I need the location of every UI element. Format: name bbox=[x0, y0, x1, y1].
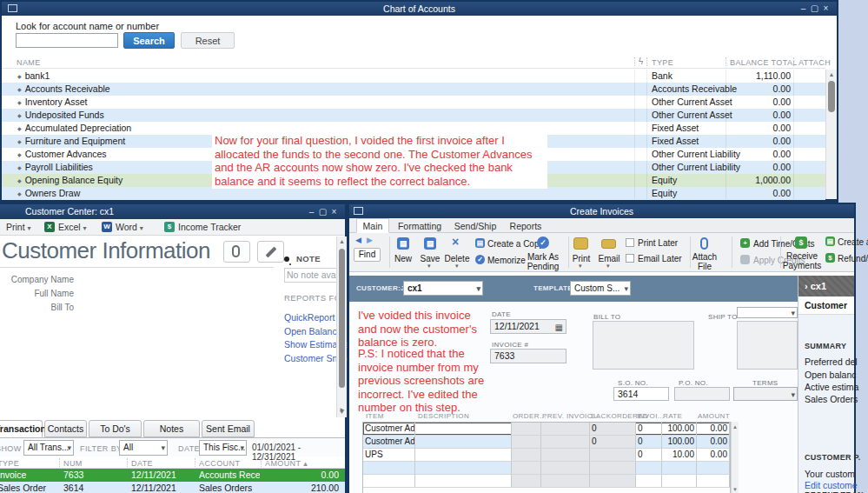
find-button[interactable]: Find bbox=[354, 248, 381, 262]
attach-file-icon[interactable] bbox=[700, 237, 708, 250]
email-later-checkbox[interactable] bbox=[626, 254, 634, 263]
mark-pending-icon[interactable]: ✓ bbox=[537, 237, 549, 249]
bill-to-box[interactable] bbox=[593, 321, 694, 370]
col-type[interactable]: TYPE bbox=[652, 58, 673, 67]
close-button[interactable]: × bbox=[820, 2, 832, 15]
account-search-input[interactable] bbox=[16, 33, 118, 48]
invoice-item-row[interactable]: UPS010.000.00 bbox=[363, 449, 730, 462]
col-date[interactable]: DATE bbox=[131, 459, 153, 468]
sidebar-tab-customer[interactable]: Customer bbox=[798, 296, 854, 315]
col-ordered[interactable]: ORDER... bbox=[513, 412, 547, 420]
items-scrollbar[interactable]: ▲ ▼ bbox=[731, 422, 739, 493]
tab-transactions[interactable]: Transactions bbox=[0, 420, 43, 437]
col-name[interactable]: NAME bbox=[17, 58, 41, 67]
ship-to-dropdown[interactable]: ▾ bbox=[737, 307, 798, 318]
scroll-up-icon[interactable]: ▲ bbox=[732, 422, 739, 432]
maximize-button[interactable]: ▢ bbox=[317, 205, 328, 218]
sidebar-customer-header[interactable]: › cx1 bbox=[798, 276, 854, 296]
email-icon[interactable] bbox=[601, 239, 616, 249]
tab-main[interactable]: Main bbox=[356, 218, 389, 233]
empty-item-row[interactable] bbox=[363, 475, 730, 488]
apply-credits-icon[interactable] bbox=[740, 255, 750, 264]
scroll-up-icon[interactable]: ▲ bbox=[337, 237, 347, 247]
print-later-checkbox[interactable] bbox=[626, 238, 634, 247]
date-field[interactable]: 12/11/2021▦ bbox=[490, 319, 567, 334]
coa-vertical-scrollbar[interactable]: ▲ bbox=[825, 70, 837, 199]
po-number-field[interactable] bbox=[674, 387, 730, 401]
customer-job-dropdown[interactable]: cx1▾ bbox=[403, 281, 483, 296]
scroll-up-icon[interactable]: ▲ bbox=[826, 70, 837, 80]
empty-item-row[interactable] bbox=[363, 462, 730, 475]
scroll-right-icon[interactable]: ► bbox=[339, 406, 346, 414]
col-rate[interactable]: RATE bbox=[663, 412, 682, 420]
email-later-label[interactable]: Email Later bbox=[638, 254, 682, 263]
new-button[interactable]: New bbox=[391, 254, 415, 263]
account-row[interactable]: ◆Inventory AssetOther Current Asset0.00 bbox=[2, 96, 825, 109]
transaction-row[interactable]: Invoice763312/11/2021Accounts Receiva...… bbox=[0, 469, 345, 482]
edit-customer-link[interactable]: Edit custome bbox=[805, 480, 858, 490]
tab-notes[interactable]: Notes bbox=[143, 420, 200, 437]
note-input[interactable]: No note available bbox=[284, 268, 338, 283]
col-item[interactable]: ITEM bbox=[366, 412, 384, 420]
account-row[interactable]: ◆Owners DrawEquity0.00 bbox=[2, 187, 825, 200]
refund-credit-button[interactable]: Refund/C bbox=[838, 254, 868, 263]
terms-dropdown[interactable]: ▾ bbox=[733, 387, 798, 401]
ship-to-box[interactable] bbox=[737, 321, 798, 370]
memorize-icon[interactable]: ✓ bbox=[475, 255, 485, 264]
memorize-button[interactable]: Memorize bbox=[487, 256, 526, 265]
col-account[interactable]: ACCOUNT bbox=[199, 459, 240, 468]
receive-payments-icon[interactable]: $ bbox=[795, 237, 807, 249]
create-a-icon[interactable]: ▤ bbox=[825, 237, 835, 246]
find-back-icon[interactable]: ◀ bbox=[355, 236, 361, 244]
close-button[interactable]: × bbox=[328, 205, 340, 218]
tab-contacts[interactable]: Contacts bbox=[44, 420, 87, 437]
new-icon[interactable]: ▤ bbox=[397, 237, 409, 250]
col-amount[interactable]: AMOUNT bbox=[698, 412, 727, 420]
caret-down-icon[interactable]: ▾ bbox=[579, 263, 582, 270]
add-time-costs-icon[interactable]: + bbox=[740, 238, 750, 248]
refund-icon[interactable]: $ bbox=[825, 253, 835, 263]
open-balance-link[interactable]: Open Balance bbox=[284, 326, 342, 336]
col-amount[interactable]: AMOUNT ▴ bbox=[265, 459, 308, 468]
account-row[interactable]: ◆Undeposited FundsOther Current Asset0.0… bbox=[2, 109, 825, 122]
receive-payments-button[interactable]: Receive Payments bbox=[782, 251, 822, 270]
search-button[interactable]: Search bbox=[123, 32, 175, 49]
excel-button[interactable]: Excel ▾ bbox=[58, 222, 87, 232]
show-filter-dropdown[interactable]: All Trans...▾ bbox=[23, 440, 74, 456]
tab-sent-email[interactable]: Sent Email bbox=[202, 420, 255, 437]
quickreport-link[interactable]: QuickReport bbox=[284, 312, 335, 323]
attach-note-button[interactable] bbox=[223, 241, 250, 263]
create-copy-icon[interactable]: ▤ bbox=[475, 238, 485, 248]
col-type[interactable]: TYPE bbox=[0, 459, 19, 468]
caret-down-icon[interactable]: ▾ bbox=[455, 263, 459, 270]
scroll-thumb[interactable] bbox=[828, 81, 835, 112]
tab-send-ship[interactable]: Send/Ship bbox=[450, 218, 500, 233]
print-later-label[interactable]: Print Later bbox=[638, 238, 678, 248]
cc-titlebar[interactable]: Customer Center: cx1 –▢× bbox=[0, 204, 345, 219]
save-icon[interactable]: ▤ bbox=[424, 237, 436, 250]
minimize-button[interactable]: – bbox=[798, 2, 809, 15]
template-dropdown[interactable]: Custom S...▾ bbox=[570, 281, 631, 296]
ci-titlebar[interactable]: Create Invoices bbox=[349, 204, 854, 218]
coa-titlebar[interactable]: Chart of Accounts –▢× bbox=[2, 2, 837, 16]
income-tracker-button[interactable]: Income Tracker bbox=[178, 222, 241, 232]
col-attach[interactable]: ATTACH bbox=[798, 58, 831, 67]
minimize-button[interactable]: – bbox=[306, 205, 317, 218]
mark-as-pending-button[interactable]: Mark As Pending bbox=[521, 252, 565, 271]
edit-customer-button[interactable] bbox=[257, 241, 284, 263]
attach-file-button[interactable]: Attach File bbox=[686, 252, 723, 271]
scroll-thumb[interactable] bbox=[339, 249, 345, 388]
col-description[interactable]: DESCRIPTION bbox=[418, 412, 469, 420]
print-icon[interactable] bbox=[573, 237, 588, 250]
cc-vertical-scrollbar[interactable]: ▲ ▼ bbox=[336, 237, 347, 417]
calendar-icon[interactable]: ▦ bbox=[555, 321, 563, 334]
delete-icon[interactable]: × bbox=[449, 236, 461, 248]
date-filter-dropdown[interactable]: This Fisc...▾ bbox=[199, 440, 247, 456]
col-invoiced[interactable]: INVOI... bbox=[637, 412, 665, 420]
reset-button[interactable]: Reset bbox=[181, 32, 235, 49]
tab-formatting[interactable]: Formatting bbox=[393, 218, 447, 233]
col-balance[interactable]: BALANCE TOTAL bbox=[730, 58, 798, 67]
maximize-button[interactable]: ▢ bbox=[809, 2, 820, 15]
find-forward-icon[interactable]: ▶ bbox=[367, 236, 373, 244]
create-copy-button[interactable]: Create a Copy bbox=[487, 239, 543, 249]
